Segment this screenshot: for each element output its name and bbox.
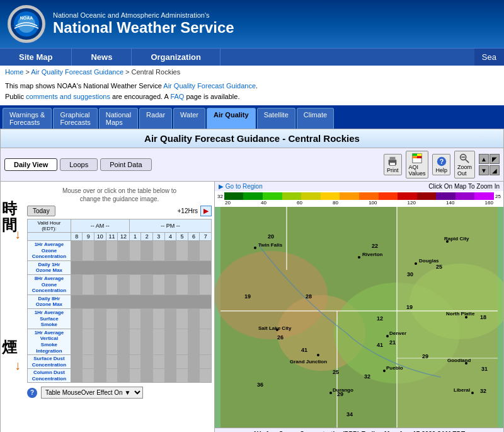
map-area[interactable]: Twin Falls Riverton Rapid City Douglas S… [215, 207, 503, 428]
data-cell[interactable] [153, 241, 165, 261]
data-cell[interactable] [83, 355, 94, 369]
data-cell[interactable] [200, 329, 212, 354]
data-cell[interactable] [129, 329, 141, 354]
data-cell[interactable] [94, 355, 106, 369]
tab-climate[interactable]: Climate [297, 108, 334, 129]
data-cell[interactable] [200, 369, 212, 383]
data-cell[interactable] [188, 329, 200, 354]
data-cell[interactable] [83, 274, 94, 295]
tab-national-maps[interactable]: NationalMaps [99, 108, 138, 129]
data-cell[interactable] [141, 355, 153, 369]
tab-air-quality[interactable]: Air Quality [207, 108, 256, 129]
bar-cell[interactable] [71, 260, 211, 274]
nav-search[interactable]: Sea [474, 49, 504, 66]
data-cell[interactable] [141, 369, 153, 383]
sub-tab-daily-view[interactable]: Daily View [4, 158, 57, 171]
data-cell[interactable] [141, 329, 153, 354]
data-cell[interactable] [118, 329, 130, 354]
tab-satellite[interactable]: Satellite [257, 108, 295, 129]
zoom-nw[interactable]: ◤ [490, 154, 500, 164]
data-cell[interactable] [188, 369, 200, 383]
data-cell[interactable] [106, 241, 118, 261]
data-cell[interactable] [176, 241, 188, 261]
data-cell[interactable] [129, 274, 141, 295]
data-cell[interactable] [83, 369, 94, 383]
zoom-up[interactable]: ▲ [479, 154, 489, 164]
data-cell[interactable] [106, 308, 118, 329]
data-cell[interactable] [71, 329, 83, 354]
data-cell[interactable] [153, 369, 165, 383]
data-cell[interactable] [118, 369, 130, 383]
zoom-se[interactable]: ◢ [490, 165, 500, 175]
today-button[interactable]: Today [27, 206, 55, 216]
data-cell[interactable] [200, 308, 212, 329]
forward-12hrs-button[interactable]: ▶ [200, 206, 212, 216]
zoom-down[interactable]: ▼ [479, 165, 489, 175]
data-cell[interactable] [176, 355, 188, 369]
help-icon[interactable]: ? [27, 388, 37, 398]
data-cell[interactable] [94, 369, 106, 383]
data-cell[interactable] [118, 308, 130, 329]
data-cell[interactable] [164, 369, 176, 383]
breadcrumb-home[interactable]: Home [5, 68, 23, 76]
data-cell[interactable] [129, 308, 141, 329]
faq-link[interactable]: FAQ [170, 93, 184, 100]
data-cell[interactable] [83, 308, 94, 329]
data-cell[interactable] [141, 274, 153, 295]
data-cell[interactable] [118, 355, 130, 369]
nav-news[interactable]: News [72, 49, 132, 66]
data-cell[interactable] [83, 241, 94, 261]
data-cell[interactable] [153, 329, 165, 354]
mouseover-select[interactable]: Table MouseOver Effect On ▼ [41, 387, 143, 399]
data-cell[interactable] [129, 355, 141, 369]
data-cell[interactable] [118, 241, 130, 261]
tab-graphical-forecasts[interactable]: GraphicalForecasts [53, 108, 97, 129]
data-cell[interactable] [200, 355, 212, 369]
data-cell[interactable] [71, 308, 83, 329]
data-cell[interactable] [141, 241, 153, 261]
tab-water[interactable]: Water [173, 108, 205, 129]
comments-link[interactable]: comments and suggestions [26, 93, 110, 100]
bar-cell[interactable] [71, 295, 211, 308]
tab-radar[interactable]: Radar [139, 108, 172, 129]
data-cell[interactable] [200, 274, 212, 295]
data-cell[interactable] [71, 241, 83, 261]
help-button[interactable]: ? Help [432, 154, 450, 175]
data-cell[interactable] [83, 329, 94, 354]
data-cell[interactable] [164, 355, 176, 369]
aqi-values-button[interactable]: AQIValues [406, 151, 429, 178]
data-cell[interactable] [106, 369, 118, 383]
map-svg[interactable]: Twin Falls Riverton Rapid City Douglas S… [215, 207, 503, 428]
data-cell[interactable] [106, 355, 118, 369]
data-cell[interactable] [129, 241, 141, 261]
data-cell[interactable] [188, 308, 200, 329]
data-cell[interactable] [153, 274, 165, 295]
data-cell[interactable] [176, 274, 188, 295]
data-cell[interactable] [141, 308, 153, 329]
data-cell[interactable] [176, 369, 188, 383]
nav-organization[interactable]: Organization [132, 49, 220, 66]
data-cell[interactable] [106, 274, 118, 295]
data-cell[interactable] [153, 308, 165, 329]
data-cell[interactable] [164, 241, 176, 261]
print-button[interactable]: Print [384, 154, 402, 175]
tab-warnings-forecasts[interactable]: Warnings &Forecasts [3, 108, 52, 129]
data-cell[interactable] [164, 308, 176, 329]
data-cell[interactable] [153, 355, 165, 369]
sub-tab-point-data[interactable]: Point Data [100, 158, 151, 171]
zoom-out-button[interactable]: ZoomOut [454, 151, 475, 178]
data-cell[interactable] [188, 355, 200, 369]
data-cell[interactable] [188, 241, 200, 261]
go-to-region-link[interactable]: ▶ Go to Region [219, 183, 263, 190]
data-cell[interactable] [118, 274, 130, 295]
data-cell[interactable] [94, 274, 106, 295]
data-cell[interactable] [71, 369, 83, 383]
data-cell[interactable] [94, 329, 106, 354]
nav-site-map[interactable]: Site Map [0, 49, 72, 66]
data-cell[interactable] [164, 329, 176, 354]
data-cell[interactable] [188, 274, 200, 295]
data-cell[interactable] [200, 241, 212, 261]
sub-tab-loops[interactable]: Loops [60, 158, 98, 171]
data-cell[interactable] [176, 308, 188, 329]
data-cell[interactable] [106, 329, 118, 354]
